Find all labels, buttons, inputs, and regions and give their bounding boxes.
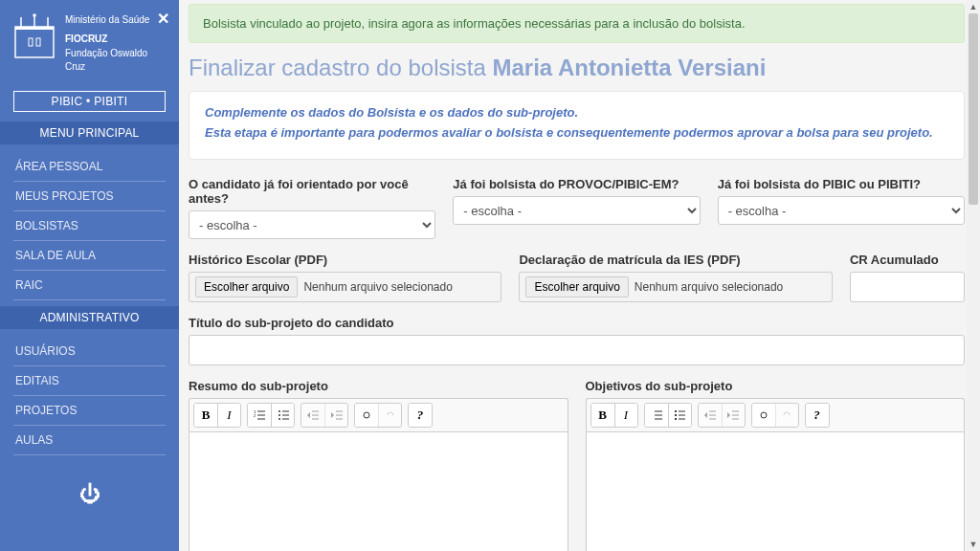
bold-icon[interactable]: B <box>194 404 217 427</box>
titulo-label: Título do sub-projeto do candidato <box>189 316 965 330</box>
cr-label: CR Acumulado <box>850 253 965 267</box>
page-title: Finalizar cadastro do bolsista Maria Ant… <box>189 55 965 81</box>
svg-point-15 <box>278 418 280 420</box>
help-icon[interactable]: ? <box>806 404 829 427</box>
svg-point-32 <box>675 418 677 420</box>
title-prefix: Finalizar cadastro do bolsista <box>189 55 492 80</box>
scroll-thumb[interactable] <box>969 13 978 205</box>
historico-file-wrap: Escolher arquivo Nenhum arquivo selecion… <box>189 272 501 302</box>
info-line-1: Complemente os dados do Bolsista e os da… <box>205 105 948 120</box>
q1-select[interactable]: - escolha - <box>189 210 435 239</box>
svg-point-31 <box>675 414 677 416</box>
close-icon[interactable]: ✕ <box>157 10 169 28</box>
success-alert: Bolsista vinculado ao projeto, insira ag… <box>189 4 965 43</box>
svg-marker-40 <box>727 412 730 418</box>
unlink-icon[interactable] <box>378 404 401 427</box>
outdent-icon[interactable] <box>699 404 722 427</box>
indent-icon[interactable] <box>324 404 347 427</box>
q2-label: Já foi bolsista do PROVOC/PIBIC-EM? <box>453 177 700 191</box>
info-box: Complemente os dados do Bolsista e os da… <box>189 91 965 160</box>
link-icon[interactable] <box>752 404 775 427</box>
org2-label: Fundação Oswaldo Cruz <box>65 47 166 74</box>
program-badge: PIBIC • PIBITI <box>13 91 166 112</box>
italic-icon[interactable]: I <box>614 404 637 427</box>
declaracao-file-text: Nenhum arquivo selecionado <box>635 280 783 294</box>
svg-text:2: 2 <box>254 413 256 418</box>
outdent-icon[interactable] <box>301 404 324 427</box>
info-line-2: Esta etapa é importante para podermos av… <box>205 125 948 140</box>
sidebar-item-projetos[interactable]: PROJETOS <box>13 396 166 426</box>
q3-select[interactable]: - escolha - <box>718 196 965 225</box>
objetivos-editor[interactable] <box>586 431 966 551</box>
historico-file-button[interactable]: Escolher arquivo <box>195 276 298 298</box>
historico-label: Histórico Escolar (PDF) <box>189 253 501 267</box>
resumo-toolbar: BI 12 ? <box>189 398 568 431</box>
scroll-up-icon[interactable]: ▲ <box>967 0 980 13</box>
svg-marker-36 <box>704 412 707 418</box>
objetivos-toolbar: BI ? <box>586 398 966 431</box>
objetivos-label: Objetivos do sub-projeto <box>586 379 966 393</box>
svg-rect-7 <box>36 38 40 46</box>
italic-icon[interactable]: I <box>217 404 240 427</box>
declaracao-label: Declaração de matrícula da IES (PDF) <box>519 253 832 267</box>
svg-marker-23 <box>331 412 334 418</box>
scroll-down-icon[interactable]: ▼ <box>967 538 980 551</box>
sidebar-item-aulas[interactable]: AULAS <box>13 426 166 455</box>
unlink-icon[interactable] <box>775 404 798 427</box>
svg-point-14 <box>278 414 280 416</box>
q1-label: O candidato já foi orientado por você an… <box>189 177 435 206</box>
declaracao-file-wrap: Escolher arquivo Nenhum arquivo selecion… <box>519 272 832 302</box>
sidebar-item-meus-projetos[interactable]: MEUS PROJETOS <box>13 182 166 211</box>
svg-point-4 <box>33 13 36 17</box>
titulo-input[interactable] <box>189 335 965 365</box>
q3-label: Já foi bolsista do PIBIC ou PIBITI? <box>718 177 965 191</box>
sidebar-item-bolsistas[interactable]: BOLSISTAS <box>13 211 166 241</box>
ul-icon[interactable] <box>271 404 294 427</box>
link-icon[interactable] <box>355 404 378 427</box>
help-icon[interactable]: ? <box>409 404 432 427</box>
sidebar: ✕ Ministério da Saúde FIOCRUZ Fundação O… <box>0 0 179 551</box>
power-icon[interactable]: ⏻ <box>0 482 179 507</box>
menu-section-principal: MENU PRINCIPAL <box>0 121 179 144</box>
cr-input[interactable] <box>850 272 965 302</box>
svg-rect-5 <box>15 27 54 30</box>
main-content: Bolsista vinculado ao projeto, insira ag… <box>179 0 980 551</box>
svg-rect-6 <box>29 38 33 46</box>
sidebar-item-editais[interactable]: EDITAIS <box>13 366 166 396</box>
bold-icon[interactable]: B <box>591 404 614 427</box>
sidebar-item-area-pessoal[interactable]: ÁREA PESSOAL <box>13 152 166 182</box>
declaracao-file-button[interactable]: Escolher arquivo <box>525 276 628 298</box>
svg-point-30 <box>675 410 677 412</box>
sidebar-item-usuarios[interactable]: USUÁRIOS <box>13 337 166 366</box>
vertical-scrollbar[interactable]: ▲ ▼ <box>967 0 980 551</box>
title-name: Maria Antonietta Versiani <box>492 55 766 80</box>
fiocruz-logo-icon <box>13 13 56 59</box>
sidebar-item-raic[interactable]: RAIC <box>13 271 166 300</box>
svg-rect-0 <box>15 27 54 57</box>
resumo-label: Resumo do sub-projeto <box>189 379 568 393</box>
logo-area: Ministério da Saúde FIOCRUZ Fundação Osw… <box>0 0 179 83</box>
q2-select[interactable]: - escolha - <box>453 196 700 225</box>
org1-label: FIOCRUZ <box>65 33 166 46</box>
menu-section-administrativo: ADMINISTRATIVO <box>0 306 179 329</box>
svg-marker-19 <box>307 412 310 418</box>
ministry-label: Ministério da Saúde <box>65 13 166 27</box>
sidebar-item-sala-de-aula[interactable]: SALA DE AULA <box>13 241 166 271</box>
indent-icon[interactable] <box>722 404 745 427</box>
svg-point-13 <box>278 410 280 412</box>
ol-icon[interactable] <box>645 404 668 427</box>
ul-icon[interactable] <box>668 404 691 427</box>
resumo-editor[interactable] <box>189 431 568 551</box>
ol-icon[interactable]: 12 <box>248 404 271 427</box>
historico-file-text: Nenhum arquivo selecionado <box>303 280 452 294</box>
